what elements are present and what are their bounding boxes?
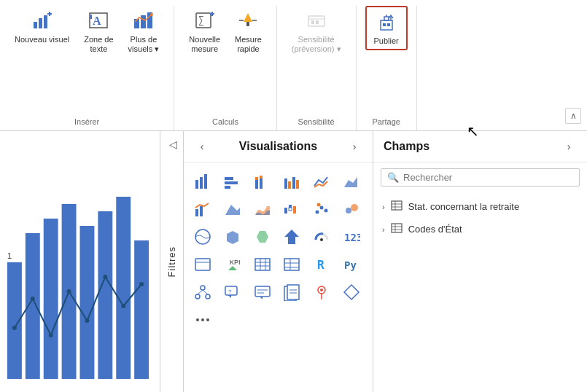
svg-rect-51 [225,186,230,189]
inserer-group-label: Insérer [74,114,99,130]
partage-items: Publier [365,6,408,114]
svg-rect-16 [246,22,249,26]
viz-icon-stacked[interactable] [249,168,276,195]
ribbon: Nouveau visuel A Zone detexte [0,0,587,131]
viz-icon-arrow[interactable] [279,224,305,250]
viz-icon-table[interactable] [249,251,276,278]
visualizations-panel: ‹ Visualisations › [184,131,373,392]
fields-item-1[interactable]: › Codes d'État [373,218,587,240]
nouveau-visuel-label: Nouveau visuel [15,35,69,44]
mesure-rapide-button[interactable]: Mesurerapide [229,6,268,57]
viz-icon-narrative[interactable] [249,279,276,305]
svg-point-94 [201,286,205,290]
plus-visuels-button[interactable]: Plus devisuels ▾ [123,6,166,57]
viz-icon-py[interactable]: Py [338,251,365,278]
svg-point-112 [320,289,323,291]
fields-item-0[interactable]: › Stat. concernant la retraite [373,195,587,218]
viz-icon-kpi[interactable]: KPI [219,251,246,278]
svg-text:?: ? [228,289,232,295]
publier-button[interactable]: Publier [365,6,408,50]
viz-panel-next-button[interactable]: › [346,138,362,154]
fields-panel-title: Champs [384,140,429,153]
svg-rect-58 [292,177,295,189]
filters-collapse-button[interactable]: ◁ [166,137,180,152]
viz-icon-card[interactable] [190,251,216,278]
search-icon: 🔍 [387,172,399,183]
fields-search-input[interactable] [403,172,573,183]
svg-rect-66 [289,208,292,211]
viz-icon-decomp[interactable] [190,279,216,305]
svg-rect-54 [260,179,263,189]
viz-icon-map[interactable] [190,224,216,250]
viz-icon-filled-map[interactable] [219,224,246,250]
svg-rect-31 [44,219,58,379]
viz-icon-mountain[interactable] [219,196,246,222]
ribbon-group-sensibilite: Sensibilité(préversion) ▾ Sensibilité [277,6,357,130]
svg-rect-55 [260,176,263,179]
svg-point-37 [12,326,17,330]
inserer-items: Nouveau visuel A Zone detexte [9,6,165,114]
svg-point-41 [85,318,89,323]
chevron-right-icon-0: › [382,203,385,211]
viz-icon-r[interactable]: R [308,251,335,278]
viz-icon-ribbon[interactable] [249,196,276,222]
sensibilite-items: Sensibilité(préversion) ▾ [286,6,347,114]
viz-icon-linebar[interactable] [190,196,216,222]
publier-icon [375,10,398,34]
svg-rect-57 [288,181,291,189]
viz-icon-grouped[interactable] [279,168,305,195]
viz-icon-diamond[interactable] [338,279,365,305]
viz-icon-matrix[interactable] [279,251,305,278]
ribbon-group-partage: Publier Partage [357,6,417,130]
svg-rect-22 [316,20,319,24]
viz-icon-gauge[interactable] [308,224,335,250]
zone-texte-button[interactable]: A Zone detexte [78,6,119,57]
viz-icon-scatter[interactable] [308,196,335,222]
calculs-items: ∑ Nouvellemesure [183,6,268,114]
sensibilite-button[interactable]: Sensibilité(préversion) ▾ [286,6,347,57]
svg-rect-49 [225,177,233,180]
viz-icon-waterfall[interactable] [279,196,305,222]
svg-rect-59 [296,180,299,189]
viz-panel-prev-button[interactable]: ‹ [194,138,210,154]
sensibilite-label: Sensibilité(préversion) ▾ [292,35,341,54]
svg-rect-24 [383,23,386,26]
viz-icon-more[interactable] [190,307,216,333]
viz-icon-bar2[interactable] [219,168,246,195]
viz-icon-line[interactable] [308,168,335,195]
viz-icon-bubble[interactable] [338,196,365,222]
nouveau-visuel-button[interactable]: Nouveau visuel [9,6,75,47]
svg-point-77 [320,238,323,241]
table-icon-1 [391,222,403,236]
plus-visuels-icon [132,9,155,32]
filters-label: Filtres [166,246,177,277]
fields-panel-next-button[interactable]: › [561,138,577,154]
viz-icon-qna[interactable]: ? [219,279,246,305]
viz-icon-123[interactable]: 123 [338,224,365,250]
viz-icon-shape-map[interactable] [249,224,276,250]
svg-line-98 [203,290,208,294]
chart-area: 1 [0,131,160,392]
svg-point-114 [196,318,199,321]
svg-marker-103 [260,297,263,299]
viz-icon-paginated[interactable] [279,279,305,305]
svg-rect-65 [289,205,292,208]
viz-icon-pin[interactable] [308,279,335,305]
svg-marker-81 [228,266,237,270]
fields-search-container[interactable]: 🔍 [381,168,580,187]
svg-rect-26 [384,17,389,20]
viz-icon-bar[interactable] [190,168,216,195]
ribbon-collapse-button[interactable]: ∧ [565,108,581,124]
viz-icon-area[interactable] [338,168,365,195]
svg-text:KPI: KPI [230,259,241,266]
svg-point-69 [320,206,324,210]
ribbon-content: Nouveau visuel A Zone detexte [0,0,587,130]
nouvelle-mesure-button[interactable]: ∑ Nouvellemesure [183,6,226,57]
svg-line-97 [198,290,203,294]
svg-text:A: A [93,15,101,27]
svg-text:123: 123 [344,232,360,243]
fields-list: › Stat. concernant la retraite › Codes d… [373,192,587,243]
svg-point-116 [206,318,209,321]
svg-point-68 [316,211,319,214]
ribbon-group-calculs: ∑ Nouvellemesure [174,6,277,130]
